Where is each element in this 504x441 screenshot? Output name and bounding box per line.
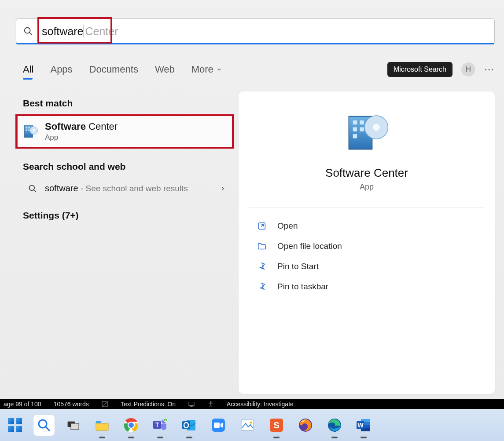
word-icon: W [356, 417, 372, 433]
tab-documents[interactable]: Documents [89, 62, 138, 77]
svg-text:T: T [155, 421, 159, 428]
svg-point-18 [373, 124, 380, 131]
results-column: Best match Software Center App [16, 95, 233, 227]
svg-rect-26 [16, 418, 22, 424]
teams[interactable]: T [150, 415, 171, 436]
firefox-icon [298, 417, 313, 433]
filter-tabs-row: All Apps Documents Web More Microsoft Se… [23, 58, 495, 81]
preview-title: Software Center [325, 166, 408, 180]
web-result-query: software [45, 183, 78, 193]
svg-point-9 [29, 185, 35, 190]
software-center-icon [345, 111, 389, 155]
best-match-title: Software Center [45, 121, 118, 132]
word[interactable]: W [353, 415, 374, 436]
best-match-header: Best match [16, 95, 233, 115]
svg-rect-25 [8, 418, 14, 424]
search-icon [28, 184, 37, 193]
svg-point-24 [210, 401, 212, 403]
svg-point-0 [25, 28, 30, 33]
folder-icon [257, 241, 267, 251]
tab-web[interactable]: Web [155, 62, 175, 77]
more-options-button[interactable]: ⋯ [484, 64, 495, 75]
action-open[interactable]: Open [249, 216, 484, 236]
task-view-icon [65, 417, 81, 433]
snagit[interactable]: S [266, 415, 287, 436]
microsoft-search-badge[interactable]: Microsoft Search [387, 62, 452, 77]
outlook-icon [181, 417, 197, 433]
search-button[interactable] [33, 415, 55, 436]
svg-rect-3 [26, 127, 27, 128]
svg-line-1 [29, 33, 32, 35]
accessibility-icon[interactable] [207, 401, 214, 408]
file-explorer[interactable] [92, 415, 113, 436]
pin-icon [257, 282, 267, 292]
search-icon [23, 26, 33, 36]
preview-actions: Open Open file location Pin to Start Pin… [249, 216, 484, 297]
svg-line-10 [34, 190, 36, 192]
edge[interactable] [324, 415, 345, 436]
photos-icon [239, 417, 255, 433]
action-open-file-location[interactable]: Open file location [249, 236, 484, 256]
svg-text:W: W [357, 422, 364, 429]
software-center-icon [23, 124, 39, 139]
svg-rect-4 [28, 127, 29, 128]
preview-pane: Software Center App Open Open file locat… [239, 91, 495, 394]
web-search-result[interactable]: software - See school and web results [16, 178, 233, 199]
firefox[interactable] [295, 415, 316, 436]
chrome[interactable] [121, 415, 142, 436]
status-accessibility[interactable]: Accessibility: Investigate [227, 401, 294, 408]
preview-subtitle: App [360, 182, 374, 192]
svg-rect-5 [26, 130, 27, 131]
svg-point-29 [39, 420, 47, 428]
user-avatar[interactable]: H [461, 62, 475, 77]
search-input-container[interactable]: software Center [16, 18, 495, 44]
teams-icon: T [152, 417, 168, 433]
svg-point-47 [250, 422, 252, 424]
svg-rect-45 [214, 423, 220, 428]
svg-rect-6 [28, 130, 29, 131]
svg-rect-33 [96, 421, 101, 423]
snagit-icon: S [269, 417, 284, 433]
task-view-button[interactable] [63, 415, 84, 436]
svg-rect-27 [8, 426, 14, 432]
svg-rect-14 [353, 128, 357, 131]
chevron-down-icon [216, 66, 222, 73]
search-icon [36, 417, 52, 433]
divider [249, 208, 484, 208]
svg-rect-16 [353, 134, 357, 138]
svg-text:S: S [273, 420, 279, 430]
action-pin-to-taskbar[interactable]: Pin to taskbar [249, 277, 484, 297]
photos[interactable] [237, 415, 258, 436]
tab-apps[interactable]: Apps [50, 62, 72, 77]
status-text-predictions[interactable]: Text Predictions: On [121, 401, 176, 408]
svg-rect-12 [353, 120, 357, 124]
windows-logo-icon [7, 417, 23, 433]
folder-icon [94, 417, 110, 433]
pin-icon [257, 262, 267, 271]
svg-rect-22 [189, 402, 194, 405]
edge-icon [327, 417, 342, 433]
tab-more[interactable]: More [191, 62, 222, 77]
chevron-right-icon [219, 185, 226, 192]
start-button[interactable] [4, 415, 26, 436]
display-settings-icon[interactable] [188, 401, 195, 408]
status-page[interactable]: age 99 of 100 [4, 401, 41, 408]
proofing-icon[interactable] [101, 401, 108, 408]
settings-results-header: Settings (7+) [16, 207, 233, 227]
status-words[interactable]: 10576 words [54, 401, 89, 408]
best-match-subtitle: App [45, 133, 118, 142]
search-panel: software Center All Apps Documents Web M… [0, 0, 504, 400]
action-pin-to-start[interactable]: Pin to Start [249, 256, 484, 277]
best-match-result[interactable]: Software Center App [16, 115, 233, 148]
search-autocomplete-suffix: Center [85, 25, 118, 38]
zoom[interactable] [208, 415, 229, 436]
taskbar: T S [0, 409, 504, 441]
svg-line-30 [46, 427, 50, 431]
web-result-description: - See school and web results [78, 184, 188, 193]
zoom-icon [210, 417, 226, 433]
outlook[interactable] [179, 415, 200, 436]
svg-rect-13 [360, 120, 364, 124]
tab-all[interactable]: All [23, 62, 33, 77]
word-status-bar: age 99 of 100 10576 words Text Predictio… [0, 399, 504, 409]
chrome-icon [123, 417, 139, 433]
